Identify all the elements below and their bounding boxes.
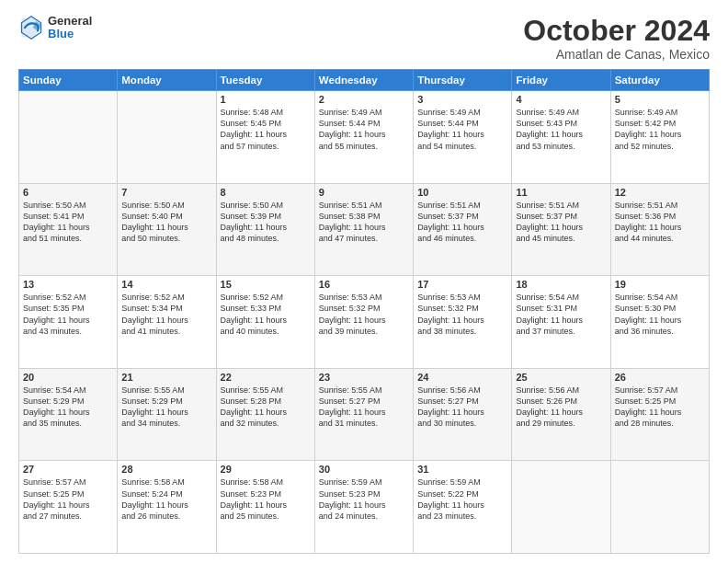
- cell-info-line: Sunrise: 5:56 AM: [417, 385, 507, 396]
- cell-info-line: Sunset: 5:23 PM: [319, 488, 409, 500]
- calendar-cell: 20Sunrise: 5:54 AMSunset: 5:29 PMDayligh…: [19, 368, 118, 461]
- day-number: 13: [23, 279, 113, 290]
- calendar-cell: 10Sunrise: 5:51 AMSunset: 5:37 PMDayligh…: [414, 183, 512, 276]
- day-number: 28: [121, 464, 211, 475]
- day-number: 15: [221, 279, 311, 290]
- cell-info-line: Sunrise: 5:52 AM: [23, 292, 113, 303]
- day-number: 16: [319, 279, 409, 290]
- cell-info-line: Sunrise: 5:51 AM: [417, 200, 507, 211]
- day-number: 21: [121, 372, 211, 383]
- day-number: 20: [23, 372, 113, 383]
- cell-info-line: Sunset: 5:32 PM: [319, 303, 409, 314]
- cell-info-line: Sunrise: 5:50 AM: [23, 200, 113, 211]
- cell-info-line: Sunset: 5:33 PM: [221, 303, 311, 314]
- cell-info-line: and 31 minutes.: [319, 418, 409, 429]
- cell-info-line: Daylight: 11 hours: [417, 222, 507, 233]
- cell-info-line: Sunrise: 5:55 AM: [221, 385, 311, 396]
- cell-info-line: Sunset: 5:35 PM: [23, 303, 113, 314]
- logo-blue-text: Blue: [48, 28, 92, 40]
- header-thursday: Thursday: [414, 70, 512, 91]
- cell-info-line: Sunrise: 5:55 AM: [319, 385, 409, 396]
- cell-info-line: Sunset: 5:23 PM: [221, 488, 311, 500]
- cell-info-line: Daylight: 11 hours: [319, 315, 409, 326]
- cell-info-line: Daylight: 11 hours: [615, 222, 705, 233]
- calendar-cell: 8Sunrise: 5:50 AMSunset: 5:39 PMDaylight…: [216, 183, 314, 276]
- logo-general-text: General: [48, 15, 92, 28]
- calendar-cell: 12Sunrise: 5:51 AMSunset: 5:36 PMDayligh…: [610, 183, 709, 276]
- cell-info-line: Sunset: 5:22 PM: [417, 488, 507, 500]
- cell-info-line: Sunset: 5:28 PM: [221, 396, 311, 407]
- calendar-cell: 13Sunrise: 5:52 AMSunset: 5:35 PMDayligh…: [19, 276, 118, 369]
- calendar-cell: 7Sunrise: 5:50 AMSunset: 5:40 PMDaylight…: [118, 183, 216, 276]
- header-monday: Monday: [118, 70, 216, 91]
- cell-info-line: Sunrise: 5:51 AM: [516, 200, 606, 211]
- cell-info-line: Sunrise: 5:49 AM: [615, 107, 705, 118]
- calendar-cell: 28Sunrise: 5:58 AMSunset: 5:24 PMDayligh…: [118, 461, 216, 554]
- cell-info-line: Sunrise: 5:54 AM: [23, 385, 113, 396]
- calendar-cell: [610, 461, 709, 554]
- calendar-cell: 17Sunrise: 5:53 AMSunset: 5:32 PMDayligh…: [414, 276, 512, 369]
- day-number: 18: [516, 279, 606, 290]
- page: General Blue October 2024 Amatlan de Can…: [0, 0, 728, 563]
- cell-info-line: Sunset: 5:25 PM: [23, 488, 113, 500]
- cell-info-line: Sunrise: 5:58 AM: [221, 477, 311, 488]
- cell-info-line: Daylight: 11 hours: [319, 500, 409, 511]
- cell-info-line: Sunset: 5:34 PM: [121, 303, 211, 314]
- cell-info-line: and 25 minutes.: [221, 511, 311, 522]
- cell-info-line: and 46 minutes.: [417, 233, 507, 244]
- day-number: 10: [417, 187, 507, 198]
- day-number: 11: [516, 187, 606, 198]
- cell-info-line: Daylight: 11 hours: [23, 500, 113, 511]
- calendar-cell: 26Sunrise: 5:57 AMSunset: 5:25 PMDayligh…: [610, 368, 709, 461]
- cell-info-line: Daylight: 11 hours: [516, 315, 606, 326]
- day-number: 27: [23, 464, 113, 475]
- calendar-cell: 4Sunrise: 5:49 AMSunset: 5:43 PMDaylight…: [512, 91, 610, 184]
- cell-info-line: Sunset: 5:44 PM: [417, 118, 507, 129]
- cell-info-line: and 48 minutes.: [221, 233, 311, 244]
- cell-info-line: Daylight: 11 hours: [417, 500, 507, 511]
- cell-info-line: and 54 minutes.: [417, 141, 507, 152]
- day-number: 22: [221, 372, 311, 383]
- header-saturday: Saturday: [610, 70, 709, 91]
- cell-info-line: Daylight: 11 hours: [615, 315, 705, 326]
- day-number: 2: [319, 94, 409, 105]
- cell-info-line: Daylight: 11 hours: [417, 129, 507, 140]
- cell-info-line: Sunrise: 5:55 AM: [121, 385, 211, 396]
- cell-info-line: Sunrise: 5:56 AM: [516, 385, 606, 396]
- cell-info-line: Daylight: 11 hours: [23, 315, 113, 326]
- cell-info-line: Daylight: 11 hours: [121, 222, 211, 233]
- cell-info-line: Sunrise: 5:54 AM: [516, 292, 606, 303]
- calendar-cell: 6Sunrise: 5:50 AMSunset: 5:41 PMDaylight…: [19, 183, 118, 276]
- cell-info-line: and 45 minutes.: [516, 233, 606, 244]
- cell-info-line: Sunset: 5:42 PM: [615, 118, 705, 129]
- logo: General Blue: [18, 15, 92, 41]
- cell-info-line: Sunrise: 5:51 AM: [615, 200, 705, 211]
- cell-info-line: Daylight: 11 hours: [221, 222, 311, 233]
- calendar-week-5: 27Sunrise: 5:57 AMSunset: 5:25 PMDayligh…: [19, 461, 710, 554]
- cell-info-line: Sunrise: 5:51 AM: [319, 200, 409, 211]
- cell-info-line: Sunrise: 5:48 AM: [221, 107, 311, 118]
- header: General Blue October 2024 Amatlan de Can…: [18, 15, 710, 62]
- cell-info-line: and 23 minutes.: [417, 511, 507, 522]
- calendar-week-3: 13Sunrise: 5:52 AMSunset: 5:35 PMDayligh…: [19, 276, 710, 369]
- calendar-cell: 5Sunrise: 5:49 AMSunset: 5:42 PMDaylight…: [610, 91, 709, 184]
- cell-info-line: Sunset: 5:40 PM: [121, 211, 211, 222]
- calendar-cell: 14Sunrise: 5:52 AMSunset: 5:34 PMDayligh…: [118, 276, 216, 369]
- cell-info-line: Sunset: 5:26 PM: [516, 396, 606, 407]
- cell-info-line: Daylight: 11 hours: [417, 315, 507, 326]
- day-number: 29: [221, 464, 311, 475]
- cell-info-line: and 43 minutes.: [23, 326, 113, 337]
- calendar-cell: 30Sunrise: 5:59 AMSunset: 5:23 PMDayligh…: [314, 461, 413, 554]
- cell-info-line: and 40 minutes.: [221, 326, 311, 337]
- calendar-cell: 3Sunrise: 5:49 AMSunset: 5:44 PMDaylight…: [414, 91, 512, 184]
- day-number: 3: [417, 94, 507, 105]
- day-number: 7: [121, 187, 211, 198]
- calendar-cell: 29Sunrise: 5:58 AMSunset: 5:23 PMDayligh…: [216, 461, 314, 554]
- cell-info-line: Sunset: 5:29 PM: [121, 396, 211, 407]
- day-number: 12: [615, 187, 705, 198]
- cell-info-line: Sunset: 5:31 PM: [516, 303, 606, 314]
- day-number: 6: [23, 187, 113, 198]
- cell-info-line: and 47 minutes.: [319, 233, 409, 244]
- cell-info-line: Daylight: 11 hours: [516, 407, 606, 418]
- cell-info-line: Daylight: 11 hours: [121, 315, 211, 326]
